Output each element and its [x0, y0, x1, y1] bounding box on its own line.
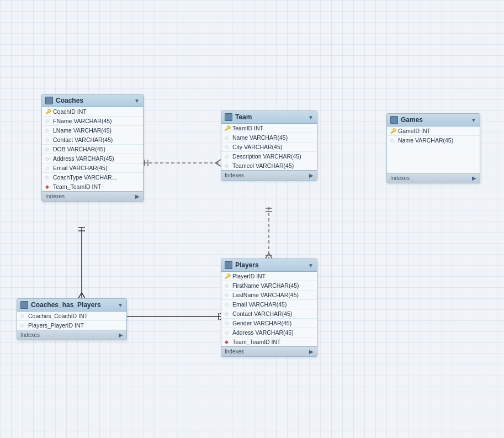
field-row: ◇Email VARCHAR(45) — [221, 300, 317, 309]
games-indexes[interactable]: Indexes ▶ — [387, 173, 480, 183]
chp-table-icon — [20, 301, 28, 309]
field-row: ◇DOB VARCHAR(45) — [42, 145, 143, 154]
players-fields: 🔑PlayerID INT ◇FirstName VARCHAR(45) ◇La… — [221, 272, 317, 346]
team-table-icon — [225, 113, 232, 121]
diamond-icon: ◇ — [45, 118, 51, 124]
field-row: 🔑CoachID INT — [42, 107, 143, 117]
field-row: 🔑TeamID INT — [221, 124, 317, 133]
svg-line-8 — [266, 253, 269, 258]
diamond-icon: ◇ — [225, 154, 230, 159]
coaches-header[interactable]: Coaches ▼ — [42, 94, 143, 107]
team-dropdown-icon[interactable]: ▼ — [308, 114, 314, 120]
diamond-icon: ◇ — [225, 144, 230, 150]
diamond-icon: ◇ — [225, 292, 230, 298]
games-table-icon — [390, 116, 398, 124]
coaches-title: Coaches — [56, 97, 131, 104]
field-row: ◇Teamcol VARCHAR(45) — [221, 161, 317, 170]
diamond-icon: ◇ — [390, 138, 396, 143]
players-table-icon — [225, 261, 232, 269]
players-dropdown-icon[interactable]: ▼ — [308, 262, 314, 268]
key-icon: 🔑 — [225, 125, 230, 131]
key-icon: 🔑 — [45, 109, 51, 114]
coaches-table: Coaches ▼ 🔑CoachID INT ◇FName VARCHAR(45… — [41, 94, 144, 202]
field-row: ◇Contact VARCHAR(45) — [221, 309, 317, 319]
coaches-has-players-header[interactable]: Coaches_has_Players ▼ — [17, 299, 126, 312]
team-header[interactable]: Team ▼ — [221, 111, 317, 124]
indexes-arrow-icon: ▶ — [472, 175, 476, 181]
field-row: ◆Team_TeamID INT — [221, 337, 317, 346]
field-row: ◇FirstName VARCHAR(45) — [221, 281, 317, 291]
diamond-icon: ◇ — [45, 165, 51, 171]
field-row: ◇City VARCHAR(45) — [221, 143, 317, 152]
games-fields: 🔑GameID INT ◇Name VARCHAR(45) — [387, 126, 480, 173]
team-table: Team ▼ 🔑TeamID INT ◇Name VARCHAR(45) ◇Ci… — [221, 110, 317, 181]
key-icon: 🔑 — [390, 128, 396, 134]
diamond-icon: ◇ — [45, 175, 51, 180]
field-row: ◆Team_TeamID INT — [42, 182, 143, 191]
field-row: 🔑GameID INT — [387, 126, 480, 136]
chp-fields: ◇Coaches_CoachID INT ◇Players_PlayerID I… — [17, 312, 126, 330]
players-indexes[interactable]: Indexes ▶ — [221, 346, 317, 356]
players-table: Players ▼ 🔑PlayerID INT ◇FirstName VARCH… — [221, 258, 317, 357]
players-header[interactable]: Players ▼ — [221, 259, 317, 272]
field-row: ◇Gender VARCHAR(45) — [221, 319, 317, 328]
diamond-icon: ◇ — [45, 156, 51, 161]
field-row: ◇Address VARCHAR(45) — [221, 328, 317, 337]
field-row: ◇Name VARCHAR(45) — [387, 136, 480, 145]
games-title: Games — [401, 116, 468, 124]
games-table: Games ▼ 🔑GameID INT ◇Name VARCHAR(45) In… — [386, 113, 480, 183]
players-title: Players — [235, 261, 305, 269]
diamond-icon: ◇ — [225, 135, 230, 140]
field-row: ◇Contact VARCHAR(45) — [42, 135, 143, 145]
field-row: ◇LName VARCHAR(45) — [42, 126, 143, 135]
coaches-indexes[interactable]: Indexes ▶ — [42, 191, 143, 201]
diamond-icon: ◇ — [225, 320, 230, 326]
diamond-icon: ◇ — [225, 163, 230, 168]
games-dropdown-icon[interactable]: ▼ — [471, 117, 476, 123]
games-empty-area — [387, 145, 480, 173]
chp-dropdown-icon[interactable]: ▼ — [118, 302, 123, 308]
field-row: ◇CoachType VARCHAR... — [42, 173, 143, 182]
diamond-icon: ◇ — [225, 311, 230, 316]
svg-line-2 — [215, 163, 221, 166]
indexes-arrow-icon: ▶ — [309, 349, 314, 355]
field-row: ◇Description VARCHAR(45) — [221, 152, 317, 161]
diamond-icon: ◇ — [20, 323, 26, 328]
svg-line-15 — [82, 293, 85, 298]
indexes-arrow-icon: ▶ — [309, 172, 314, 178]
svg-line-14 — [78, 293, 82, 298]
diamond-icon: ◇ — [45, 137, 51, 143]
diamond-icon: ◇ — [225, 330, 230, 335]
field-row: ◇LastName VARCHAR(45) — [221, 291, 317, 300]
diamond-icon: ◇ — [20, 313, 26, 319]
diamond-icon: ◇ — [225, 283, 230, 288]
games-header[interactable]: Games ▼ — [387, 114, 480, 126]
coaches-table-icon — [45, 97, 53, 104]
svg-line-1 — [215, 160, 221, 163]
fk-icon: ◆ — [225, 339, 230, 345]
indexes-arrow-icon: ▶ — [119, 332, 123, 338]
coaches-has-players-table: Coaches_has_Players ▼ ◇Coaches_CoachID I… — [17, 298, 127, 340]
key-icon: 🔑 — [225, 273, 230, 279]
chp-indexes[interactable]: Indexes ▶ — [17, 330, 126, 340]
field-row: ◇Address VARCHAR(45) — [42, 154, 143, 163]
field-row: ◇Name VARCHAR(45) — [221, 133, 317, 143]
svg-line-9 — [269, 253, 272, 258]
connections-canvas — [0, 0, 504, 438]
chp-title: Coaches_has_Players — [31, 301, 115, 309]
diamond-icon: ◇ — [45, 128, 51, 133]
field-row: ◇Email VARCHAR(45) — [42, 163, 143, 173]
fk-icon: ◆ — [45, 184, 51, 189]
team-fields: 🔑TeamID INT ◇Name VARCHAR(45) ◇City VARC… — [221, 124, 317, 170]
field-row: ◇Coaches_CoachID INT — [17, 312, 126, 321]
indexes-arrow-icon: ▶ — [135, 193, 140, 199]
coaches-fields: 🔑CoachID INT ◇FName VARCHAR(45) ◇LName V… — [42, 107, 143, 191]
diamond-icon: ◇ — [45, 146, 51, 152]
field-row: ◇Players_PlayerID INT — [17, 321, 126, 330]
team-title: Team — [235, 113, 305, 121]
diamond-icon: ◇ — [225, 302, 230, 307]
field-row: ◇FName VARCHAR(45) — [42, 117, 143, 126]
coaches-dropdown-icon[interactable]: ▼ — [134, 98, 140, 104]
field-row: 🔑PlayerID INT — [221, 272, 317, 281]
team-indexes[interactable]: Indexes ▶ — [221, 170, 317, 180]
